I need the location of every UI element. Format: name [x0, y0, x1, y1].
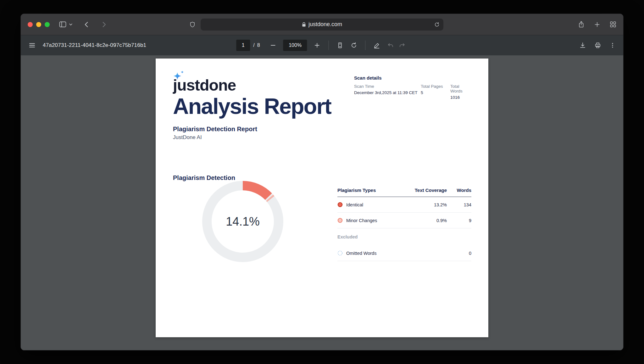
- forward-button-icon[interactable]: [100, 21, 107, 28]
- zoom-in-icon[interactable]: [312, 40, 323, 51]
- table-row-identical: Identical 13.2% 134: [337, 197, 471, 213]
- pdf-content-area[interactable]: justdone Analysis Report Plagiarism Dete…: [21, 55, 623, 350]
- plagiarism-donut-chart: 14.1%: [201, 180, 284, 263]
- total-words-label: Total Words: [450, 84, 472, 93]
- reload-icon[interactable]: [434, 22, 440, 27]
- table-header-row: Plagiarism Types Text Coverage Words: [337, 184, 471, 197]
- back-button-icon[interactable]: [83, 21, 90, 28]
- scan-time-label: Scan Time: [354, 84, 421, 89]
- zoom-level[interactable]: 100%: [283, 40, 307, 51]
- excluded-label: Excluded: [337, 228, 471, 245]
- donut-center-value: 14.1%: [201, 180, 284, 263]
- page-total: 8: [257, 42, 260, 48]
- window-controls: [28, 22, 50, 27]
- tab-overview-icon[interactable]: [610, 21, 616, 28]
- menu-icon[interactable]: [28, 42, 36, 49]
- undo-icon[interactable]: [385, 40, 397, 51]
- minor-changes-dot-icon: [337, 218, 343, 223]
- chevron-down-icon[interactable]: [69, 23, 73, 26]
- total-words-value: 1016: [450, 95, 472, 100]
- logo-wordmark: justdone: [173, 77, 236, 93]
- redo-icon[interactable]: [397, 40, 408, 51]
- scan-time-value: December 3rd,2025 at 11:39 CET: [354, 90, 421, 95]
- download-icon[interactable]: [579, 42, 586, 49]
- report-subtitle: Plagiarism Detection Report: [173, 126, 257, 133]
- report-title: Analysis Report: [173, 95, 331, 118]
- row-label: Minor Changes: [346, 218, 377, 223]
- header-plagiarism-types: Plagiarism Types: [337, 188, 406, 193]
- page-separator: /: [253, 42, 254, 48]
- row-coverage: 0.9%: [406, 218, 447, 223]
- total-pages-label: Total Pages: [421, 84, 450, 89]
- sparkle-small-icon: [180, 70, 184, 74]
- row-words: 134: [447, 202, 471, 207]
- fit-page-icon[interactable]: [335, 40, 346, 51]
- sidebar-toggle-icon[interactable]: [59, 21, 66, 27]
- page-number-input[interactable]: 1: [236, 40, 250, 51]
- scan-details: Scan details Scan Time December 3rd,2025…: [354, 75, 472, 100]
- url-text: justdone.com: [308, 21, 342, 28]
- minimize-window-button[interactable]: [36, 22, 41, 27]
- plagiarism-table: Plagiarism Types Text Coverage Words Ide…: [337, 184, 471, 261]
- address-bar[interactable]: justdone.com: [201, 19, 443, 31]
- row-coverage: 13.2%: [406, 202, 447, 207]
- privacy-shield-icon[interactable]: [189, 21, 196, 28]
- row-words: 9: [447, 218, 471, 223]
- scan-details-heading: Scan details: [354, 75, 472, 81]
- close-window-button[interactable]: [28, 22, 33, 27]
- more-options-icon[interactable]: [609, 42, 616, 49]
- header-words: Words: [447, 188, 471, 193]
- zoom-window-button[interactable]: [45, 22, 50, 27]
- total-pages-value: 5: [421, 90, 450, 95]
- pdf-page: justdone Analysis Report Plagiarism Dete…: [156, 59, 488, 337]
- table-row-omitted-words: Omitted Words 0: [337, 245, 471, 261]
- annotate-pen-icon[interactable]: [371, 40, 383, 51]
- browser-window: justdone.com: [20, 14, 624, 350]
- row-label: Identical: [346, 202, 363, 207]
- print-icon[interactable]: [594, 42, 601, 49]
- browser-toolbar: justdone.com: [21, 14, 623, 35]
- header-text-coverage: Text Coverage: [406, 188, 447, 193]
- share-icon[interactable]: [578, 21, 585, 28]
- document-title: 47a20731-2211-4041-8c2e-097c75b716b1: [43, 42, 146, 48]
- row-label: Omitted Words: [346, 251, 376, 256]
- lock-icon: [302, 22, 306, 27]
- table-row-minor-changes: Minor Changes 0.9% 9: [337, 213, 471, 228]
- report-brand: JustDone AI: [173, 134, 202, 141]
- row-words: 0: [447, 251, 471, 256]
- new-tab-icon[interactable]: [594, 21, 600, 28]
- justdone-logo: justdone: [173, 77, 236, 93]
- rotate-icon[interactable]: [348, 40, 360, 51]
- pdf-toolbar: 47a20731-2211-4041-8c2e-097c75b716b1 1 /…: [21, 35, 623, 55]
- omitted-words-dot-icon: [337, 250, 343, 256]
- identical-dot-icon: [337, 202, 343, 207]
- zoom-out-icon[interactable]: [268, 40, 279, 51]
